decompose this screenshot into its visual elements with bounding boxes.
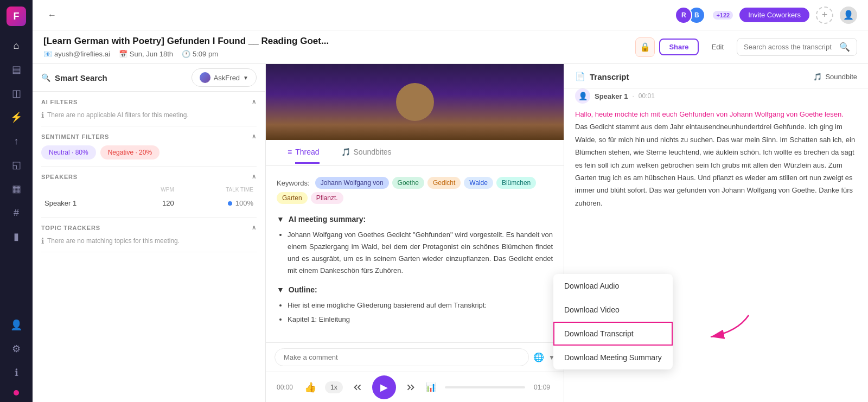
ai-filters-empty: ℹ There are no applicable AI filters for… bbox=[41, 111, 257, 119]
sentiment-filters-group: SENTIMENT FILTERS ∧ Neutral · 80% Negati… bbox=[41, 126, 257, 167]
forward-button[interactable] bbox=[405, 381, 417, 393]
comment-input[interactable] bbox=[275, 348, 529, 366]
outline-list: Hier ist eine mögliche Gliederung basier… bbox=[277, 299, 553, 326]
ai-filters-group: AI FILTERS ∧ ℹ There are no applicable A… bbox=[41, 92, 257, 126]
add-button[interactable]: + bbox=[816, 7, 833, 24]
keyword-tag[interactable]: Johann Wolfgang von bbox=[315, 177, 389, 189]
ai-filters-header[interactable]: AI FILTERS ∧ bbox=[41, 98, 257, 105]
download-summary-item[interactable]: Download Meeting Summary bbox=[553, 346, 673, 369]
edit-button[interactable]: Edit bbox=[703, 40, 732, 54]
smart-search-button[interactable]: Smart Search bbox=[55, 73, 107, 82]
back-button[interactable]: ← bbox=[43, 7, 61, 24]
lock-button[interactable]: 🔒 bbox=[635, 37, 655, 57]
negative-pill[interactable]: Negative · 20% bbox=[100, 145, 159, 159]
ai-summary-header[interactable]: ▼ AI meeting summary: bbox=[277, 215, 553, 224]
progress-bar[interactable] bbox=[445, 386, 525, 388]
speakers-group: SPEAKERS ∧ WPM TALK TIME bbox=[41, 167, 257, 218]
sidebar-item-grid[interactable]: ▦ bbox=[5, 178, 27, 200]
speaker-wpm-cell: 120 bbox=[133, 197, 176, 209]
author-email: ayush@fireflies.ai bbox=[54, 50, 110, 58]
speaker-dot: · bbox=[632, 92, 634, 100]
sidebar-item-layers[interactable]: ◱ bbox=[5, 154, 27, 176]
info-icon-topics: ℹ bbox=[41, 237, 44, 245]
chevron-icon: ▼ bbox=[277, 215, 284, 224]
talk-time-header: TALK TIME bbox=[177, 187, 256, 196]
topic-trackers-group: TOPIC TRACKERS ∧ ℹ There are no matching… bbox=[41, 218, 257, 252]
meeting-time: 5:09 pm bbox=[193, 50, 218, 58]
neutral-pill[interactable]: Neutral · 80% bbox=[41, 145, 96, 159]
table-row: Speaker 1 120 100% bbox=[42, 197, 256, 209]
meeting-date: Sun, Jun 18th bbox=[130, 50, 173, 58]
clock-icon: 🕐 bbox=[182, 50, 190, 58]
invite-coworkers-button[interactable]: Invite Coworkers bbox=[739, 8, 809, 22]
transcript-search-box: 🔍 bbox=[737, 38, 857, 56]
sidebar-item-chart[interactable]: ◫ bbox=[5, 82, 27, 104]
share-button[interactable]: Share bbox=[659, 39, 698, 55]
sidebar-item-lightning[interactable]: ⚡ bbox=[5, 106, 27, 128]
ai-summary-list: Johann Wolfgang von Goethes Gedicht "Geh… bbox=[277, 229, 553, 277]
speaker-table: WPM TALK TIME Speaker 1 120 bbox=[41, 186, 257, 210]
askfred-button[interactable]: AskFred ▼ bbox=[192, 68, 257, 87]
topic-trackers-header[interactable]: TOPIC TRACKERS ∧ bbox=[41, 224, 257, 231]
tabs-bar: ≡ Thread 🎵 Soundbites bbox=[266, 140, 564, 166]
keyword-tag[interactable]: Walde bbox=[464, 177, 493, 189]
download-video-item[interactable]: Download Video bbox=[553, 298, 673, 322]
list-item: Hier ist eine mögliche Gliederung basier… bbox=[288, 299, 553, 311]
sidebar: F ⌂ ▤ ◫ ⚡ ↑ ◱ ▦ # ▮ 👤 ⚙ ℹ bbox=[0, 0, 33, 402]
speed-button[interactable]: 1x bbox=[325, 381, 343, 393]
download-audio-item[interactable]: Download Audio bbox=[553, 274, 673, 298]
sidebar-item-settings[interactable]: ⚙ bbox=[5, 338, 27, 360]
speaker-name-cell: Speaker 1 bbox=[42, 197, 132, 209]
rewind-button[interactable] bbox=[352, 381, 363, 393]
search-icon-left: 🔍 bbox=[41, 73, 50, 82]
sentiment-pills: Neutral · 80% Negative · 20% bbox=[41, 145, 257, 159]
talk-dot bbox=[228, 201, 232, 206]
keyword-tag[interactable]: Goethe bbox=[392, 177, 424, 189]
author-icon: 📧 bbox=[43, 50, 52, 58]
recording-indicator bbox=[14, 390, 19, 395]
sidebar-item-hashtag[interactable]: # bbox=[5, 202, 27, 224]
play-button[interactable]: ▶ bbox=[372, 375, 396, 399]
chevron-up-icon: ∧ bbox=[252, 98, 257, 105]
speaker-avatar: 👤 bbox=[575, 88, 590, 104]
speaker-name: Speaker 1 bbox=[595, 92, 628, 100]
sidebar-item-upload[interactable]: ↑ bbox=[5, 130, 27, 152]
chevron-up-icon-sentiment: ∧ bbox=[252, 133, 257, 140]
user-avatar: 👤 bbox=[840, 7, 857, 24]
outline-section: ▼ Outline: Hier ist eine mögliche Gliede… bbox=[277, 285, 553, 326]
soundbites-icon: 🎵 bbox=[341, 148, 350, 156]
keyword-tag[interactable]: Blümchen bbox=[496, 177, 536, 189]
soundbite-button[interactable]: 🎵 Soundbite bbox=[813, 73, 857, 81]
outline-header[interactable]: ▼ Outline: bbox=[277, 285, 553, 294]
speaker-talk-time-cell: 100% bbox=[177, 197, 256, 209]
sidebar-item-people[interactable]: 👤 bbox=[5, 314, 27, 336]
tab-soundbites[interactable]: 🎵 Soundbites bbox=[330, 140, 403, 165]
video-placeholder bbox=[266, 64, 564, 140]
globe-icon[interactable]: 🌐 bbox=[533, 352, 544, 362]
list-item: Kapitel 1: Einleitung bbox=[288, 314, 553, 326]
tab-thread[interactable]: ≡ Thread bbox=[277, 140, 330, 165]
keyword-tag[interactable]: Pflanzt. bbox=[311, 192, 343, 204]
keyword-tag[interactable]: Garten bbox=[277, 192, 308, 204]
download-transcript-item[interactable]: Download Transcript bbox=[553, 322, 673, 346]
chevron-down-icon: ▼ bbox=[243, 75, 248, 81]
player-bar: 00:00 👍 1x ▶ bbox=[266, 372, 564, 402]
sidebar-item-documents[interactable]: ▤ bbox=[5, 59, 27, 80]
keyword-tag[interactable]: Gedicht bbox=[427, 177, 461, 189]
main-content: ← R B +122 Invite Coworkers + 👤 [Learn G… bbox=[33, 0, 868, 402]
sidebar-item-info[interactable]: ℹ bbox=[5, 362, 27, 384]
thread-icon: ≡ bbox=[288, 148, 292, 156]
transcript-highlighted: Hallo, heute möchte ich mit euch Gehfund… bbox=[575, 110, 844, 118]
sidebar-item-home[interactable]: ⌂ bbox=[5, 35, 27, 56]
sidebar-item-bar-chart[interactable]: ▮ bbox=[5, 226, 27, 247]
sentiment-filters-header[interactable]: SENTIMENT FILTERS ∧ bbox=[41, 133, 257, 140]
chevron-up-icon-topics: ∧ bbox=[252, 224, 257, 231]
topic-trackers-empty: ℹ There are no matching topics for this … bbox=[41, 237, 257, 245]
speaker-block: 👤 Speaker 1 · 00:01 Hallo, heute möchte … bbox=[575, 88, 857, 209]
transcript-search-input[interactable] bbox=[744, 43, 835, 51]
middle-content: Keywords: Johann Wolfgang von Goethe Ged… bbox=[266, 166, 564, 342]
avatar-r: R bbox=[675, 7, 692, 24]
page-title: [Learn German with Poetry] Gefunden I Fo… bbox=[43, 36, 631, 47]
speakers-header[interactable]: SPEAKERS ∧ bbox=[41, 173, 257, 180]
thumbs-up-button[interactable]: 👍 bbox=[304, 381, 316, 393]
